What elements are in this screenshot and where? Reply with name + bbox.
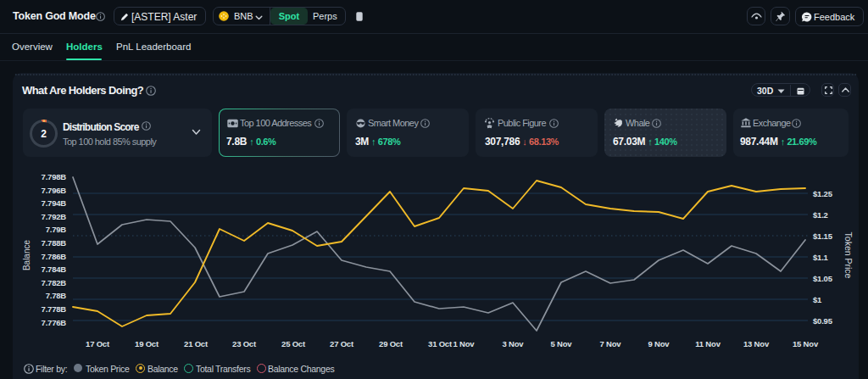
svg-text:5 Nov: 5 Nov	[551, 339, 573, 348]
svg-text:17 Oct: 17 Oct	[86, 339, 110, 348]
svg-text:11 Nov: 11 Nov	[695, 339, 721, 348]
svg-text:7.784B: 7.784B	[42, 265, 67, 274]
svg-text:7 Nov: 7 Nov	[600, 339, 622, 348]
svg-text:7.798B: 7.798B	[42, 172, 67, 181]
svg-text:7.79B: 7.79B	[46, 225, 67, 234]
svg-text:7.782B: 7.782B	[42, 278, 67, 287]
svg-text:13 Nov: 13 Nov	[743, 339, 770, 348]
svg-text:21 Oct: 21 Oct	[184, 339, 209, 348]
svg-text:3 Nov: 3 Nov	[503, 339, 525, 348]
svg-text:$1.05: $1.05	[813, 274, 833, 283]
svg-text:7.788B: 7.788B	[42, 238, 67, 248]
svg-text:$1.15: $1.15	[813, 231, 833, 241]
svg-text:Balance: Balance	[22, 239, 31, 270]
svg-text:$1.2: $1.2	[813, 210, 828, 220]
svg-text:7.786B: 7.786B	[42, 252, 67, 261]
svg-text:1 Nov: 1 Nov	[453, 339, 476, 348]
svg-text:7.778B: 7.778B	[42, 304, 67, 314]
svg-text:7.794B: 7.794B	[42, 198, 67, 208]
svg-text:31 Oct: 31 Oct	[428, 339, 453, 348]
svg-text:25 Oct: 25 Oct	[281, 339, 306, 348]
svg-text:7.776B: 7.776B	[42, 318, 67, 327]
svg-text:23 Oct: 23 Oct	[232, 339, 257, 348]
svg-text:19 Oct: 19 Oct	[135, 339, 159, 348]
svg-text:$1: $1	[813, 295, 822, 304]
svg-text:Token Price: Token Price	[843, 232, 854, 279]
svg-text:7.78B: 7.78B	[46, 291, 67, 300]
svg-text:29 Oct: 29 Oct	[379, 339, 403, 348]
svg-text:27 Oct: 27 Oct	[330, 339, 354, 348]
svg-text:$1.1: $1.1	[813, 253, 829, 262]
svg-text:9 Nov: 9 Nov	[648, 339, 670, 348]
svg-text:7.796B: 7.796B	[42, 186, 67, 195]
svg-text:$1.25: $1.25	[813, 189, 833, 198]
svg-text:$0.95: $0.95	[813, 316, 833, 326]
svg-text:7.792B: 7.792B	[42, 212, 67, 221]
svg-text:15 Nov: 15 Nov	[793, 339, 819, 348]
